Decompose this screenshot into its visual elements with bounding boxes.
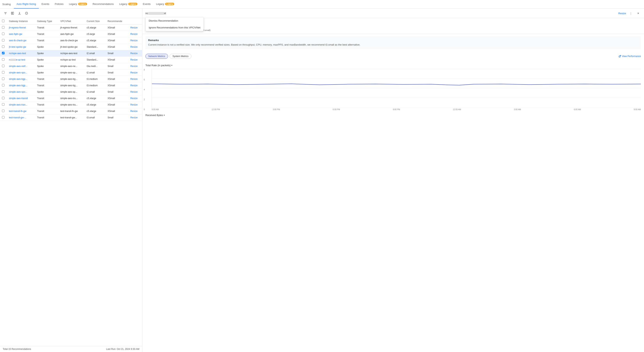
resize-button-10[interactable]: Resize (130, 91, 138, 93)
table-row[interactable]: jh-test-spoke-gw Spoke jh-test-spoke-gw … (0, 44, 142, 50)
more-options-button[interactable]: ⋮ (628, 10, 634, 16)
resize-button-13[interactable]: Resize (130, 110, 138, 113)
resize-button-6[interactable]: Resize (130, 65, 138, 68)
row-checkbox-14[interactable] (2, 116, 4, 119)
col-gateway-type: Gateway Type (35, 18, 58, 24)
gateway-type-7: Spoke (35, 69, 58, 76)
recommended-size-11: XSmall (106, 95, 128, 102)
row-checkbox-9[interactable] (2, 84, 4, 86)
instance-link-11[interactable]: simple-aws-transit (9, 97, 28, 100)
gateway-type-2: Transit (35, 37, 58, 44)
instance-link-10[interactable]: simple-aws-spo... (9, 91, 27, 93)
instance-link-12[interactable]: simple-aws-tran... (9, 103, 28, 106)
row-checkbox-3[interactable] (2, 45, 4, 48)
resize-button-5[interactable]: Resize (130, 58, 138, 61)
download-icon[interactable] (17, 10, 22, 16)
remarks-text: Current instance is not a verified size.… (148, 43, 638, 47)
table-row[interactable]: aws-lb-check-gw Transit aws-lb-check-gw … (0, 37, 142, 44)
table-row[interactable]: simple-aws-transit Transit simple-aws-tr… (0, 95, 142, 102)
table-row[interactable]: ne-az-test Spoke ncrispe-az-test Standar… (0, 57, 142, 63)
recommended-size-13: XSmall (106, 108, 128, 115)
vpc-vnet-5: ncrispe-az-test (58, 57, 85, 63)
resize-button-4[interactable]: Resize (130, 52, 138, 55)
table-row[interactable]: simple-aws-spo... Spoke simple-aws-sp...… (0, 89, 142, 95)
size-rec-row: Size Recommendation t2.small → Small (t3… (146, 29, 641, 31)
instance-link-9[interactable]: simple-aws-bgp... (9, 84, 27, 87)
row-checkbox-7[interactable] (2, 71, 4, 74)
tab-policies[interactable]: Policies (52, 0, 66, 8)
close-button[interactable]: ✕ (636, 10, 641, 16)
help-icon[interactable]: ? (24, 10, 29, 16)
external-link-icon (619, 55, 621, 57)
resize-button-1[interactable]: Resize (130, 33, 138, 35)
table-row[interactable]: simple-aws-netf... Spoke simple-aws-ne..… (0, 63, 142, 69)
select-all-checkbox[interactable] (2, 20, 4, 22)
row-checkbox-4[interactable] (2, 52, 4, 54)
instance-link-3[interactable]: jh-test-spoke-gw (9, 45, 26, 48)
gateway-type-9: Transit (35, 82, 58, 89)
instance-link-2[interactable]: aws-lb-check-gw (9, 39, 26, 42)
tab-legacy-3[interactable]: Legacy Legacy (154, 0, 177, 8)
instance-link-4[interactable]: ncrispe-aws-test (9, 52, 26, 55)
row-checkbox-12[interactable] (2, 103, 4, 106)
table-row[interactable]: simple-aws-spo... Spoke simple-aws-sp...… (0, 69, 142, 76)
tab-legacy-2[interactable]: Legacy Legacy (116, 0, 140, 8)
resize-button-14[interactable]: Resize (130, 116, 138, 119)
row-checkbox-10[interactable] (2, 90, 4, 93)
gateway-type-1: Transit (35, 31, 58, 37)
tab-legacy-1[interactable]: Legacy Legacy (66, 0, 90, 8)
instance-link-8[interactable]: simple-aws-bgp... (9, 78, 27, 80)
resize-button-8[interactable]: Resize (130, 78, 138, 80)
resize-button-2[interactable]: Resize (130, 39, 138, 42)
svg-text:?: ? (26, 12, 27, 14)
recommended-size-5: XSmall (106, 57, 128, 63)
tab-events[interactable]: Events (39, 0, 52, 8)
row-checkbox-2[interactable] (2, 39, 4, 41)
ignore-recommendations-item[interactable]: Ignore Recommendations from this VPC/VNe… (146, 24, 204, 31)
instance-link-14[interactable]: test-transit-gw-... (9, 116, 26, 119)
instance-link-6[interactable]: simple-aws-netf... (9, 65, 27, 68)
table-row[interactable]: test-transit-fn-gw Transit test-transit-… (0, 108, 142, 115)
table-row[interactable]: simple-aws-tran... Transit simple-aws-tr… (0, 102, 142, 108)
instance-link-0[interactable]: jh-egress-firenet (9, 26, 26, 29)
resize-link[interactable]: Resize (618, 12, 626, 15)
scaling-label: Scaling (2, 3, 11, 6)
dismiss-recommendation-item[interactable]: Dismiss Recommendation (146, 17, 204, 24)
system-metrics-tab[interactable]: System Metrics (170, 54, 192, 59)
tab-events-2[interactable]: Events (140, 0, 154, 8)
table-row[interactable]: aws-fqdn-gw Transit aws-fqdn-gw c5.large… (0, 31, 142, 37)
table-row[interactable]: test-transit-gw-... Transit test-transit… (0, 115, 142, 121)
row-checkbox-11[interactable] (2, 97, 4, 99)
tab-recommendations[interactable]: Recommendations (90, 0, 116, 8)
row-checkbox-0[interactable] (2, 26, 4, 29)
row-checkbox-1[interactable] (2, 32, 4, 35)
gateway-type-4: Spoke (35, 50, 58, 57)
instance-link-5[interactable]: ne-az-test (9, 58, 25, 61)
resize-button-7[interactable]: Resize (130, 71, 138, 74)
instance-link-1[interactable]: aws-fqdn-gw (9, 33, 22, 35)
resize-button-3[interactable]: Resize (130, 45, 138, 48)
resize-button-9[interactable]: Resize (130, 84, 138, 87)
chart-x-labels: 9:00 AM 12:00 PM 3:00 PM 6:00 PM 9:00 PM… (152, 108, 641, 111)
row-checkbox-13[interactable] (2, 110, 4, 112)
row-checkbox-6[interactable] (2, 65, 4, 67)
vpc-vnet-7: simple-aws-sp... (58, 69, 85, 76)
resize-button-0[interactable]: Resize (130, 26, 138, 29)
dropdown-menu: Dismiss Recommendation Ignore Recommenda… (146, 17, 204, 31)
current-size-14: t3.small (85, 115, 106, 121)
resize-button-12[interactable]: Resize (130, 103, 138, 106)
table-row[interactable]: ncrispe-aws-test Spoke ncrispe-aws-test … (0, 50, 142, 57)
instance-link-7[interactable]: simple-aws-spo... (9, 71, 27, 74)
table-row[interactable]: simple-aws-bgp... Transit simple-aws-bg.… (0, 82, 142, 89)
table-row[interactable]: simple-aws-bgp... Transit simple-aws-bg.… (0, 76, 142, 82)
tab-auto-right-sizing[interactable]: Auto Right-Sizing (14, 0, 39, 8)
row-checkbox-5[interactable] (2, 58, 4, 61)
filter-icon[interactable] (3, 10, 8, 16)
row-checkbox-8[interactable] (2, 77, 4, 80)
table-row[interactable]: jh-egress-firenet Transit jh-egress-fire… (0, 24, 142, 31)
resize-button-11[interactable]: Resize (130, 97, 138, 100)
view-performance-link[interactable]: View Performance (619, 55, 641, 58)
network-metrics-tab[interactable]: Network Metrics (146, 54, 168, 59)
instance-link-13[interactable]: test-transit-fn-gw (9, 110, 26, 113)
columns-icon[interactable] (10, 10, 15, 16)
